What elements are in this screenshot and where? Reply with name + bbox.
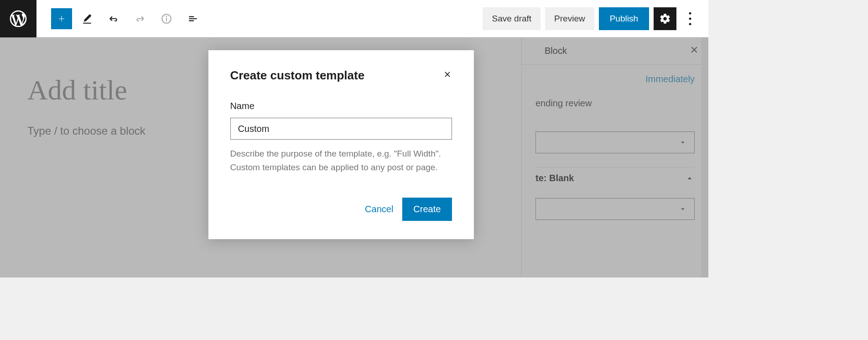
modal-close-button[interactable] [442, 70, 452, 82]
name-input[interactable] [230, 118, 452, 140]
gear-icon [659, 13, 671, 25]
wordpress-logo[interactable] [0, 0, 36, 37]
undo-icon [108, 13, 120, 25]
plus-icon [56, 13, 67, 24]
dots-vertical-icon [681, 10, 699, 28]
info-button[interactable] [155, 7, 178, 30]
svg-point-3 [689, 12, 691, 14]
info-icon [161, 13, 172, 25]
add-block-button[interactable] [51, 8, 72, 29]
redo-button[interactable] [129, 7, 151, 30]
undo-button[interactable] [102, 7, 125, 30]
outline-button[interactable] [182, 7, 204, 30]
svg-point-2 [166, 16, 166, 16]
name-label: Name [230, 101, 452, 111]
toolbar-left [36, 7, 204, 30]
modal-title: Create custom template [230, 68, 364, 83]
cancel-button[interactable]: Cancel [365, 204, 393, 214]
toolbar-right: Save draft Preview Publish [483, 7, 708, 30]
create-button[interactable]: Create [402, 198, 452, 221]
name-hint: Describe the purpose of the template, e.… [230, 147, 452, 175]
svg-point-5 [689, 23, 691, 25]
svg-point-4 [689, 17, 691, 20]
modal-actions: Cancel Create [230, 198, 452, 221]
create-template-modal: Create custom template Name Describe the… [208, 50, 473, 239]
list-icon [187, 13, 199, 25]
edit-mode-button[interactable] [76, 7, 99, 30]
redo-icon [134, 13, 146, 25]
modal-header: Create custom template [230, 68, 452, 83]
publish-button[interactable]: Publish [599, 7, 649, 30]
top-toolbar: Save draft Preview Publish [0, 0, 708, 37]
save-draft-button[interactable]: Save draft [483, 7, 541, 30]
wordpress-icon [8, 9, 28, 29]
settings-button[interactable] [654, 7, 676, 30]
preview-button[interactable]: Preview [545, 7, 594, 30]
more-options-button[interactable] [681, 7, 699, 30]
close-icon [442, 70, 452, 79]
pencil-icon [81, 13, 93, 25]
